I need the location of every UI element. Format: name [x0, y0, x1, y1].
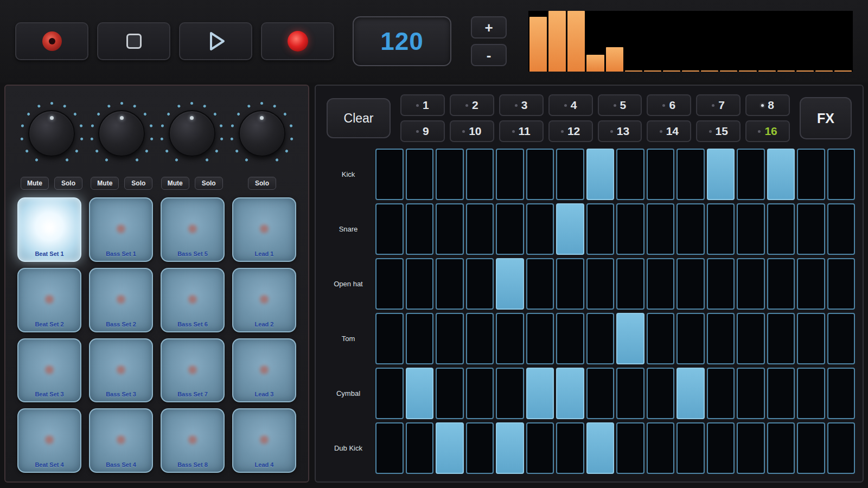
bpm-increase-button[interactable]: + — [471, 16, 507, 38]
step-button-8[interactable]: 8 — [745, 94, 790, 116]
seq-cell-kick-step-2[interactable] — [406, 149, 434, 200]
step-button-7[interactable]: 7 — [696, 94, 741, 116]
pad-lead-2[interactable]: Lead 2 — [232, 268, 296, 332]
pad-beat-set-1[interactable]: Beat Set 1 — [17, 197, 81, 262]
seq-cell-kick-step-15[interactable] — [797, 149, 825, 200]
seq-cell-kick-step-13[interactable] — [737, 149, 765, 200]
seq-cell-kick-step-7[interactable] — [556, 149, 584, 200]
seq-cell-open-hat-step-15[interactable] — [797, 258, 825, 310]
bpm-display[interactable]: 120 — [353, 16, 451, 66]
mute-button-2[interactable]: Mute — [91, 177, 119, 190]
channel-knob-2[interactable] — [98, 110, 145, 157]
seq-cell-kick-step-6[interactable] — [526, 149, 554, 200]
seq-cell-cymbal-step-5[interactable] — [496, 368, 524, 419]
seq-cell-tom-step-12[interactable] — [707, 313, 735, 364]
pad-beat-set-2[interactable]: Beat Set 2 — [17, 268, 81, 332]
seq-cell-dub-kick-step-16[interactable] — [827, 422, 856, 474]
seq-cell-tom-step-15[interactable] — [797, 313, 825, 364]
step-button-2[interactable]: 2 — [450, 94, 494, 116]
stop-button[interactable] — [97, 22, 170, 60]
channel-knob-3[interactable] — [169, 110, 215, 157]
channel-knob-4[interactable] — [239, 110, 285, 157]
seq-cell-dub-kick-step-15[interactable] — [797, 422, 825, 474]
seq-cell-kick-step-8[interactable] — [586, 149, 615, 200]
step-button-11[interactable]: 11 — [499, 120, 544, 142]
seq-cell-kick-step-9[interactable] — [616, 149, 644, 200]
step-button-16[interactable]: 16 — [745, 120, 790, 142]
pad-lead-4[interactable]: Lead 4 — [232, 408, 296, 473]
seq-cell-snare-step-4[interactable] — [466, 203, 494, 255]
seq-cell-snare-step-3[interactable] — [436, 203, 464, 255]
seq-cell-open-hat-step-10[interactable] — [647, 258, 675, 310]
seq-cell-cymbal-step-1[interactable] — [375, 368, 404, 419]
seq-cell-snare-step-7[interactable] — [556, 203, 584, 255]
bpm-decrease-button[interactable]: - — [471, 44, 507, 66]
seq-cell-kick-step-11[interactable] — [676, 149, 705, 200]
seq-cell-open-hat-step-14[interactable] — [767, 258, 795, 310]
clear-button[interactable]: Clear — [327, 98, 391, 138]
mute-button-1[interactable]: Mute — [21, 177, 49, 190]
seq-cell-cymbal-step-9[interactable] — [616, 368, 644, 419]
seq-cell-dub-kick-step-5[interactable] — [496, 422, 524, 474]
seq-cell-open-hat-step-6[interactable] — [526, 258, 554, 310]
seq-cell-snare-step-12[interactable] — [707, 203, 735, 255]
channel-knob-1[interactable] — [28, 110, 75, 157]
seq-cell-tom-step-7[interactable] — [556, 313, 584, 364]
seq-cell-snare-step-2[interactable] — [406, 203, 434, 255]
seq-cell-tom-step-10[interactable] — [647, 313, 675, 364]
pad-bass-set-8[interactable]: Bass Set 8 — [161, 408, 225, 473]
seq-cell-kick-step-1[interactable] — [375, 149, 404, 200]
seq-cell-open-hat-step-8[interactable] — [586, 258, 615, 310]
seq-cell-snare-step-11[interactable] — [676, 203, 705, 255]
seq-cell-open-hat-step-3[interactable] — [436, 258, 464, 310]
seq-cell-snare-step-13[interactable] — [737, 203, 765, 255]
seq-cell-cymbal-step-7[interactable] — [556, 368, 584, 419]
pad-beat-set-3[interactable]: Beat Set 3 — [17, 338, 81, 403]
seq-cell-open-hat-step-1[interactable] — [375, 258, 404, 310]
seq-cell-tom-step-16[interactable] — [827, 313, 856, 364]
seq-cell-open-hat-step-11[interactable] — [676, 258, 705, 310]
seq-cell-open-hat-step-9[interactable] — [616, 258, 644, 310]
seq-cell-cymbal-step-15[interactable] — [797, 368, 825, 419]
seq-cell-tom-step-5[interactable] — [496, 313, 524, 364]
pad-bass-set-7[interactable]: Bass Set 7 — [161, 338, 225, 403]
seq-cell-tom-step-4[interactable] — [466, 313, 494, 364]
pad-beat-set-4[interactable]: Beat Set 4 — [17, 408, 81, 473]
seq-cell-snare-step-10[interactable] — [647, 203, 675, 255]
pad-bass-set-3[interactable]: Bass Set 3 — [89, 338, 153, 403]
seq-cell-open-hat-step-13[interactable] — [737, 258, 765, 310]
seq-cell-dub-kick-step-3[interactable] — [436, 422, 464, 474]
step-button-13[interactable]: 13 — [598, 120, 642, 142]
seq-cell-snare-step-1[interactable] — [375, 203, 404, 255]
seq-cell-tom-step-6[interactable] — [526, 313, 554, 364]
seq-cell-tom-step-13[interactable] — [737, 313, 765, 364]
seq-cell-kick-step-3[interactable] — [436, 149, 464, 200]
step-button-6[interactable]: 6 — [647, 94, 691, 116]
step-button-5[interactable]: 5 — [598, 94, 642, 116]
seq-cell-cymbal-step-13[interactable] — [737, 368, 765, 419]
seq-cell-cymbal-step-4[interactable] — [466, 368, 494, 419]
seq-cell-open-hat-step-4[interactable] — [466, 258, 494, 310]
fx-button[interactable]: FX — [800, 97, 852, 139]
seq-cell-cymbal-step-16[interactable] — [827, 368, 856, 419]
seq-cell-snare-step-6[interactable] — [526, 203, 554, 255]
seq-cell-open-hat-step-5[interactable] — [496, 258, 524, 310]
seq-cell-open-hat-step-7[interactable] — [556, 258, 584, 310]
seq-cell-snare-step-16[interactable] — [827, 203, 856, 255]
seq-cell-dub-kick-step-6[interactable] — [526, 422, 554, 474]
pad-bass-set-6[interactable]: Bass Set 6 — [161, 268, 225, 332]
pad-lead-3[interactable]: Lead 3 — [232, 338, 296, 403]
solo-button-1[interactable]: Solo — [54, 177, 82, 190]
seq-cell-dub-kick-step-9[interactable] — [616, 422, 644, 474]
seq-cell-dub-kick-step-7[interactable] — [556, 422, 584, 474]
step-button-12[interactable]: 12 — [548, 120, 593, 142]
pad-bass-set-5[interactable]: Bass Set 5 — [161, 197, 225, 262]
seq-cell-tom-step-9[interactable] — [616, 313, 644, 364]
pad-bass-set-1[interactable]: Bass Set 1 — [89, 197, 153, 262]
pad-lead-1[interactable]: Lead 1 — [232, 197, 296, 262]
seq-cell-dub-kick-step-14[interactable] — [767, 422, 795, 474]
seq-cell-dub-kick-step-12[interactable] — [707, 422, 735, 474]
seq-cell-cymbal-step-14[interactable] — [767, 368, 795, 419]
step-button-10[interactable]: 10 — [450, 120, 494, 142]
solo-button-3[interactable]: Solo — [195, 177, 223, 190]
